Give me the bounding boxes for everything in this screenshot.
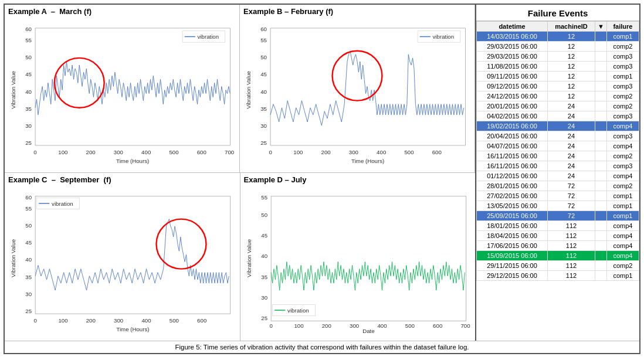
cell-machineid: 24 (548, 131, 595, 141)
cell-empty (595, 32, 606, 42)
svg-text:600: 600 (197, 317, 207, 324)
cell-failure: comp3 (606, 81, 639, 91)
svg-text:35: 35 (260, 106, 267, 112)
cell-empty (595, 101, 606, 111)
chart-c-wrapper: 25 30 35 40 45 50 55 60 0 100 200 300 (8, 185, 236, 338)
svg-text:400: 400 (377, 149, 387, 155)
svg-text:50: 50 (25, 54, 32, 60)
failure-table-wrap[interactable]: datetime machineID ▼ failure 14/03/2015 … (476, 21, 639, 341)
cell-failure: comp4 (606, 251, 639, 261)
table-row: 04/07/2015 06:0024comp4 (477, 141, 639, 151)
chart-a-label: Example A – March (f) (8, 7, 91, 16)
cell-failure: comp4 (606, 241, 639, 251)
charts-bottom-row: Example C – September (f) 25 30 35 40 45… (5, 173, 475, 341)
table-row: 29/12/2015 06:00112comp1 (477, 271, 639, 281)
col-filter-icon[interactable]: ▼ (595, 22, 606, 32)
chart-a: Example A – March (f) 25 30 35 40 45 (5, 5, 240, 172)
cell-empty (595, 161, 606, 171)
table-row: 19/02/2015 06:0024comp4 (477, 121, 639, 131)
cell-machineid: 72 (548, 211, 595, 221)
svg-text:25: 25 (25, 140, 32, 146)
svg-text:50: 50 (260, 54, 267, 60)
cell-empty (595, 141, 606, 151)
cell-machineid: 24 (548, 171, 595, 181)
cell-failure: comp1 (606, 72, 639, 81)
cell-failure: comp4 (606, 141, 639, 151)
chart-c-svg: 25 30 35 40 45 50 55 60 0 100 200 300 (8, 185, 236, 338)
svg-rect-0 (35, 28, 230, 145)
chart-a-svg: 25 30 35 40 45 50 55 60 0 100 200 (8, 17, 236, 170)
cell-datetime: 19/02/2015 06:00 (477, 121, 548, 131)
svg-text:30: 30 (25, 291, 32, 297)
svg-text:40: 40 (260, 89, 267, 95)
cell-datetime: 27/02/2015 06:00 (477, 191, 548, 201)
cell-machineid: 12 (548, 72, 595, 81)
svg-text:55: 55 (261, 194, 267, 201)
col-datetime: datetime (477, 22, 548, 32)
svg-text:200: 200 (86, 317, 96, 324)
svg-text:vibration: vibration (433, 33, 455, 40)
chart-b-wrapper: 25 30 35 40 45 50 55 60 0 100 200 300 (243, 17, 471, 170)
table-row: 13/05/2015 06:0072comp1 (477, 201, 639, 211)
cell-machineid: 24 (548, 161, 595, 171)
cell-empty (595, 221, 606, 231)
svg-text:40: 40 (261, 253, 267, 259)
svg-text:60: 60 (25, 194, 32, 201)
outer-container: Example A – March (f) 25 30 35 40 45 (4, 4, 640, 354)
table-row: 18/04/2015 06:00112comp4 (477, 231, 639, 241)
svg-text:Vibration Value: Vibration Value (245, 71, 252, 109)
cell-failure: comp3 (606, 52, 639, 62)
svg-text:Date: Date (362, 328, 375, 334)
cell-empty (595, 251, 606, 261)
svg-text:35: 35 (261, 274, 267, 280)
cell-datetime: 04/07/2015 06:00 (477, 141, 548, 151)
chart-c: Example C – September (f) 25 30 35 40 45… (5, 173, 240, 341)
col-failure: failure (606, 22, 639, 32)
svg-text:55: 55 (25, 37, 32, 43)
cell-empty (595, 171, 606, 181)
cell-machineid: 112 (548, 231, 595, 241)
chart-d-title: Example D – July (244, 175, 472, 184)
svg-text:45: 45 (25, 239, 32, 246)
cell-failure: comp4 (606, 221, 639, 231)
cell-empty (595, 241, 606, 251)
table-row: 29/11/2015 06:00112comp2 (477, 261, 639, 271)
table-row: 20/04/2015 06:0024comp3 (477, 131, 639, 141)
cell-failure: comp1 (606, 211, 639, 221)
table-row: 20/01/2015 06:0024comp2 (477, 101, 639, 111)
chart-c-title: Example C – September (f) (8, 175, 236, 184)
cell-machineid: 72 (548, 201, 595, 211)
svg-text:0: 0 (33, 149, 37, 155)
chart-b-svg: 25 30 35 40 45 50 55 60 0 100 200 300 (243, 17, 471, 170)
svg-text:300: 300 (349, 149, 359, 155)
chart-d-svg: 25 30 35 40 45 50 55 0 100 200 300 400 (244, 185, 472, 338)
table-row: 09/11/2015 06:0012comp1 (477, 72, 639, 81)
col-machineid: machineID (548, 22, 595, 32)
table-row: 16/11/2015 06:0024comp2 (477, 151, 639, 161)
cell-datetime: 29/03/2015 06:00 (477, 42, 548, 52)
cell-failure: comp3 (606, 62, 639, 72)
cell-empty (595, 201, 606, 211)
cell-datetime: 15/09/2015 06:00 (477, 251, 548, 261)
cell-empty (595, 231, 606, 241)
svg-text:55: 55 (260, 37, 267, 43)
svg-text:200: 200 (321, 149, 331, 155)
cell-machineid: 12 (548, 62, 595, 72)
cell-empty (595, 271, 606, 281)
svg-text:700: 700 (460, 322, 470, 329)
cell-failure: comp2 (606, 151, 639, 161)
svg-text:400: 400 (141, 317, 151, 324)
cell-failure: comp2 (606, 261, 639, 271)
cell-datetime: 16/11/2015 06:00 (477, 161, 548, 171)
cell-empty (595, 131, 606, 141)
cell-datetime: 20/04/2015 06:00 (477, 131, 548, 141)
svg-text:35: 35 (25, 274, 32, 280)
cell-datetime: 18/01/2015 06:00 (477, 221, 548, 231)
cell-machineid: 24 (548, 141, 595, 151)
svg-text:Time (Hours): Time (Hours) (351, 158, 384, 164)
cell-datetime: 29/03/2015 06:00 (477, 52, 548, 62)
svg-text:45: 45 (260, 71, 267, 77)
cell-machineid: 112 (548, 221, 595, 231)
svg-text:500: 500 (404, 149, 414, 155)
svg-text:Time (Hours): Time (Hours) (116, 158, 149, 164)
